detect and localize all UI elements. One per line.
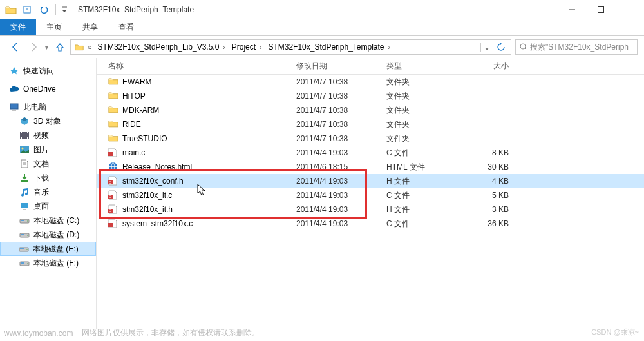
folder-icon [108, 91, 118, 101]
header-name[interactable]: 名称 [97, 58, 290, 74]
column-headers: 名称 修改日期 类型 大小 [97, 58, 644, 75]
svg-rect-19 [21, 180, 28, 182]
folder-icon [19, 187, 30, 197]
refresh-button[interactable] [493, 43, 509, 52]
folder-row[interactable]: RIDE2011/4/7 10:38文件夹 [97, 117, 644, 132]
sidebar-item[interactable]: 本地磁盘 (F:) [0, 256, 96, 270]
folder-icon [108, 119, 118, 130]
file-row[interactable]: Cstm32f10x_it.c2011/4/4 19:03C 文件5 KB [97, 188, 644, 202]
cfile-icon: C [108, 219, 118, 229]
sidebar-quick-access[interactable]: 快速访问 [0, 64, 96, 78]
chevron-right-icon[interactable]: › [387, 44, 392, 51]
breadcrumb-seg-2[interactable]: STM32F10x_StdPeriph_Template› [265, 40, 393, 54]
html-icon [108, 162, 118, 172]
file-date: 2011/4/7 10:38 [290, 106, 380, 115]
breadcrumb-seg-1[interactable]: Project› [229, 40, 266, 54]
svg-point-30 [26, 249, 28, 250]
svg-rect-14 [27, 137, 28, 139]
tab-file[interactable]: 文件 [0, 19, 36, 35]
sidebar-label: 桌面 [33, 201, 49, 212]
sidebar-item[interactable]: 本地磁盘 (E:) [0, 242, 96, 256]
folder-icon [19, 173, 30, 183]
folder-icon [19, 116, 30, 126]
folder-icon [19, 130, 30, 141]
file-name: stm32f10x_it.h [122, 205, 173, 214]
svg-point-27 [27, 235, 28, 236]
sidebar-item[interactable]: 音乐 [0, 185, 96, 199]
sidebar-item[interactable]: 下载 [0, 171, 96, 185]
file-name: HiTOP [122, 92, 146, 101]
svg-rect-11 [21, 132, 22, 133]
file-size: 30 KB [464, 162, 528, 171]
file-name: system_stm32f10x.c [122, 219, 193, 228]
forward-button[interactable] [27, 41, 40, 54]
sidebar-item[interactable]: 图片 [0, 142, 96, 157]
file-date: 2011/4/7 10:38 [290, 92, 380, 101]
file-row[interactable]: Cstm32f10x_it.h2011/4/4 19:03H 文件3 KB [97, 202, 644, 217]
file-type: C 文件 [380, 219, 464, 229]
file-row[interactable]: Cstm32f10x_conf.h2011/4/4 19:03H 文件4 KB [97, 174, 644, 188]
sidebar-item[interactable]: 视频 [0, 128, 96, 142]
maximize-button[interactable] [586, 0, 615, 19]
history-dropdown[interactable]: ▾ [45, 44, 48, 51]
breadcrumb[interactable]: « STM32F10x_StdPeriph_Lib_V3.5.0› Projec… [70, 39, 511, 55]
folder-row[interactable]: EWARM2011/4/7 10:38文件夹 [97, 75, 644, 89]
chevron-right-icon[interactable]: › [258, 44, 263, 51]
folder-icon [75, 43, 84, 51]
undo-button[interactable] [36, 2, 52, 17]
address-dropdown[interactable]: ⌄ [480, 43, 493, 52]
properties-button[interactable] [19, 2, 35, 17]
svg-text:C: C [109, 180, 112, 184]
svg-rect-13 [21, 137, 22, 139]
back-button[interactable] [9, 41, 22, 54]
file-row[interactable]: Release_Notes.html2011/4/6 18:15HTML 文件3… [97, 160, 644, 174]
file-list: EWARM2011/4/7 10:38文件夹HiTOP2011/4/7 10:3… [97, 75, 644, 231]
folder-row[interactable]: MDK-ARM2011/4/7 10:38文件夹 [97, 103, 644, 117]
header-type[interactable]: 类型 [380, 58, 464, 74]
sidebar-onedrive[interactable]: OneDrive [0, 82, 96, 96]
sidebar-item[interactable]: 文档 [0, 157, 96, 171]
search-box[interactable]: 搜索"STM32F10x_StdPeriph [515, 39, 638, 55]
folder-row[interactable]: HiTOP2011/4/7 10:38文件夹 [97, 89, 644, 103]
svg-text:C: C [109, 209, 112, 213]
star-icon [9, 66, 19, 76]
file-name: TrueSTUDIO [122, 134, 167, 143]
sidebar-item[interactable]: 本地磁盘 (C:) [0, 213, 96, 228]
sidebar-this-pc[interactable]: 此电脑 [0, 100, 96, 114]
chevron-right-icon[interactable]: › [222, 44, 226, 51]
main-area: 快速访问 OneDrive 此电脑 3D 对象视频图片文档下载音乐桌面本地磁盘 … [0, 58, 644, 329]
watermark-footer: www.toymoban.com 网络图片仅供展示，非存储，如有侵权请联系删除。 [0, 327, 644, 338]
file-name: RIDE [122, 120, 141, 129]
file-row[interactable]: Csystem_stm32f10x.c2011/4/4 19:03C 文件36 … [97, 217, 644, 231]
up-button[interactable] [53, 41, 66, 54]
file-name: stm32f10x_conf.h [122, 177, 184, 186]
sidebar-item[interactable]: 本地磁盘 (D:) [0, 228, 96, 242]
sidebar-label: 本地磁盘 (C:) [33, 215, 79, 226]
breadcrumb-seg-0[interactable]: STM32F10x_StdPeriph_Lib_V3.5.0› [95, 40, 229, 54]
svg-rect-21 [23, 209, 26, 210]
tab-share[interactable]: 共享 [72, 19, 108, 35]
quick-access-toolbar [0, 2, 73, 17]
qat-dropdown[interactable] [60, 2, 69, 17]
address-bar: ▾ « STM32F10x_StdPeriph_Lib_V3.5.0› Proj… [0, 36, 644, 58]
file-date: 2011/4/4 19:03 [290, 177, 380, 186]
tab-home[interactable]: 主页 [36, 19, 72, 35]
svg-rect-9 [12, 110, 16, 111]
folder-row[interactable]: TrueSTUDIO2011/4/7 10:38文件夹 [97, 132, 644, 146]
file-size: 3 KB [464, 205, 528, 214]
breadcrumb-overflow[interactable]: « [72, 40, 95, 54]
header-date[interactable]: 修改日期 [290, 58, 380, 74]
tab-view[interactable]: 查看 [108, 19, 144, 35]
sidebar-item[interactable]: 3D 对象 [0, 114, 96, 128]
app-icon[interactable] [4, 3, 18, 17]
sidebar-label: 本地磁盘 (F:) [33, 258, 79, 269]
cfile-icon: C [108, 204, 118, 215]
file-date: 2011/4/7 10:38 [290, 134, 380, 143]
header-size[interactable]: 大小 [464, 58, 528, 74]
file-row[interactable]: Cmain.c2011/4/4 19:03C 文件8 KB [97, 146, 644, 160]
drive-icon [19, 229, 30, 240]
file-type: 文件夹 [380, 119, 464, 130]
sidebar-item[interactable]: 桌面 [0, 199, 96, 213]
minimize-button[interactable] [557, 0, 586, 19]
svg-text:C: C [109, 223, 112, 227]
